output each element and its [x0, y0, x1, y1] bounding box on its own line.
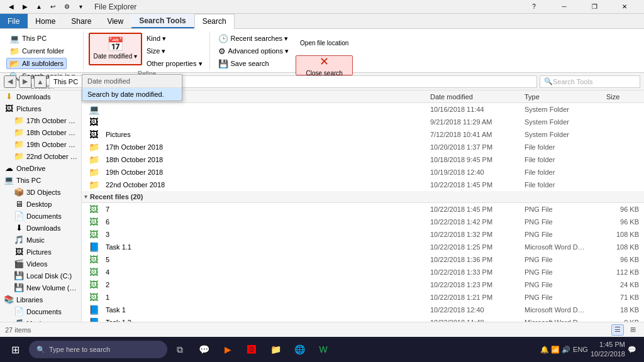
- dropdown-header: Date modified: [82, 75, 182, 88]
- help-btn[interactable]: ?: [519, 0, 548, 14]
- nav-forward[interactable]: ▶: [19, 75, 31, 88]
- redo-btn[interactable]: ⚙: [60, 1, 73, 13]
- other-properties-btn[interactable]: Other properties ▾: [143, 58, 206, 69]
- section-label: Recent files (20): [90, 193, 143, 200]
- col-header-size[interactable]: Size: [604, 93, 641, 101]
- file-row[interactable]: 📁 22nd October 2018 10/22/2018 1:45 PM F…: [82, 178, 644, 191]
- section-recent-files[interactable]: ▾ Recent files (20): [82, 191, 644, 203]
- close-search-btn[interactable]: ✕ Close search: [296, 55, 353, 75]
- app-chrome[interactable]: 🌐: [288, 337, 311, 362]
- app-opera[interactable]: 🅾: [240, 337, 263, 362]
- dropdown-btn[interactable]: ▾: [74, 1, 87, 13]
- sidebar-item-17oct[interactable]: 📁 17th October 2018: [0, 114, 81, 126]
- row-name: 17th October 2018: [103, 143, 428, 151]
- save-search-btn[interactable]: 💾 Save search: [215, 58, 292, 69]
- task-view-btn[interactable]: ⧉: [169, 337, 191, 362]
- file-row[interactable]: 📁 18th October 2018 10/18/2018 9:45 PM F…: [82, 153, 644, 166]
- notifications-btn[interactable]: 💬: [628, 346, 636, 354]
- date-modified-btn[interactable]: 📅 Date modified ▾: [89, 33, 142, 65]
- sidebar-item-documents[interactable]: 📄 Documents: [0, 210, 81, 222]
- taskbar-search-icon: 🔍: [36, 346, 45, 354]
- sidebar-item-onedrive[interactable]: ☁ OneDrive: [0, 162, 81, 174]
- search-box[interactable]: 🔍 Search Tools: [540, 75, 640, 88]
- sidebar-item-pictures2[interactable]: 🖼 Pictures: [0, 246, 81, 258]
- file-row[interactable]: 📘 Task 1 10/22/2018 12:40 Microsoft Word…: [82, 304, 644, 316]
- date-modified-dropdown: Date modified Search by date modified.: [82, 74, 182, 101]
- tab-file[interactable]: File: [0, 14, 28, 28]
- up-btn[interactable]: ▲: [33, 1, 45, 13]
- tab-share[interactable]: Share: [64, 14, 99, 28]
- file-row[interactable]: 📁 17th October 2018 10/20/2018 1:37 PM F…: [82, 141, 644, 153]
- file-row[interactable]: 🖼 7 10/22/2018 1:45 PM PNG File 96 KB: [82, 203, 644, 216]
- size-btn[interactable]: Size ▾: [143, 45, 206, 57]
- sidebar-item-localc[interactable]: 💾 Local Disk (C:): [0, 270, 81, 282]
- row-date: 10/16/2018 11:44: [428, 106, 522, 113]
- view-details-btn[interactable]: ☰: [611, 324, 624, 336]
- row-type: System Folder: [522, 131, 604, 138]
- nav-back[interactable]: ◀: [4, 75, 16, 88]
- tab-search[interactable]: Search: [194, 14, 235, 29]
- sidebar-lib-documents[interactable]: 📄 Documents: [0, 305, 81, 317]
- file-row[interactable]: 🖼 5 10/22/2018 1:36 PM PNG File 96 KB: [82, 253, 644, 266]
- sidebar-item-music[interactable]: 🎵 Music: [0, 234, 81, 246]
- row-type: PNG File: [522, 281, 604, 288]
- cortana-btn[interactable]: 💬: [192, 337, 215, 362]
- row-date: 10/22/2018 1:25 PM: [428, 243, 522, 251]
- file-row[interactable]: 🖼 2 10/22/2018 1:23 PM PNG File 24 KB: [82, 278, 644, 291]
- sidebar-item-downloads[interactable]: ⬇ Downloads: [0, 90, 81, 102]
- all-subfolders-btn[interactable]: 📂 All subfolders: [6, 58, 67, 69]
- file-row[interactable]: 📁 19th October 2018 10/19/2018 12:40 Fil…: [82, 166, 644, 178]
- file-row[interactable]: 🖼 4 10/22/2018 1:33 PM PNG File 112 KB: [82, 266, 644, 278]
- sidebar-item-18oct[interactable]: 📁 18th October 2018: [0, 126, 81, 138]
- row-type: File folder: [522, 156, 604, 163]
- open-file-location-btn[interactable]: Open file location: [296, 33, 353, 54]
- sidebar-item-19oct[interactable]: 📁 19th October 2018: [0, 138, 81, 150]
- sidebar-item-desktop[interactable]: 🖥 Desktop: [0, 198, 81, 210]
- file-row[interactable]: 🖼 3 10/22/2018 1:32 PM PNG File 108 KB: [82, 228, 644, 241]
- file-row[interactable]: 💻 10/16/2018 11:44 System Folder: [82, 103, 644, 116]
- row-icon: 🖼: [84, 292, 103, 302]
- file-row[interactable]: 📘 Task 1.1 10/22/2018 1:25 PM Microsoft …: [82, 241, 644, 253]
- view-large-icons-btn[interactable]: ⊞: [626, 324, 639, 336]
- minimize-btn[interactable]: ─: [550, 0, 579, 14]
- close-btn[interactable]: ✕: [610, 0, 639, 14]
- sidebar-item-downloads2[interactable]: ⬇ Downloads: [0, 222, 81, 234]
- dropdown-item[interactable]: Search by date modified.: [82, 88, 182, 101]
- path-text: This PC: [53, 78, 78, 85]
- app-vlc[interactable]: ▶: [216, 337, 239, 362]
- tab-view[interactable]: View: [99, 14, 131, 28]
- calendar-icon: 📅: [107, 38, 124, 52]
- sidebar-item-thispc[interactable]: 💻 This PC: [0, 174, 81, 186]
- file-row[interactable]: 🖼 1 10/22/2018 1:21 PM PNG File 71 KB: [82, 291, 644, 304]
- maximize-btn[interactable]: ❐: [580, 0, 609, 14]
- sidebar-item-newvol[interactable]: 💾 New Volume (D:): [0, 282, 81, 293]
- sidebar-item-videos[interactable]: 🎬 Videos: [0, 258, 81, 270]
- this-pc-btn[interactable]: 💻 This PC: [6, 33, 50, 44]
- sidebar-item-22oct[interactable]: 📁 22nd October 201…: [0, 150, 81, 162]
- advanced-options-btn[interactable]: ⚙ Advanced options ▾: [215, 45, 292, 57]
- recent-icon: 🕒: [218, 34, 228, 43]
- file-row[interactable]: 🖼 Pictures 7/12/2018 10:41 AM System Fol…: [82, 128, 644, 141]
- start-button[interactable]: ⊞: [3, 337, 28, 362]
- col-header-type[interactable]: Type: [522, 93, 604, 101]
- file-row[interactable]: 🖼 9/21/2018 11:29 AM System Folder: [82, 116, 644, 128]
- forward-btn[interactable]: ▶: [19, 1, 31, 13]
- row-size: 96 KB: [604, 218, 641, 226]
- back-btn[interactable]: ◀: [5, 1, 18, 13]
- recent-searches-btn[interactable]: 🕒 Recent searches ▾: [215, 33, 292, 44]
- view-controls: ☰ ⊞: [611, 324, 639, 336]
- col-header-date[interactable]: Date modified: [428, 93, 522, 101]
- sidebar-item-libraries[interactable]: 📚 Libraries: [0, 293, 81, 305]
- undo-btn[interactable]: ↩: [47, 1, 59, 13]
- current-folder-btn[interactable]: 📁 Current folder: [6, 45, 67, 57]
- nav-up[interactable]: ▲: [34, 75, 47, 88]
- tab-home[interactable]: Home: [28, 14, 64, 28]
- sidebar-item-3dobjects[interactable]: 📦 3D Objects: [0, 186, 81, 198]
- file-row[interactable]: 🖼 6 10/22/2018 1:42 PM PNG File 96 KB: [82, 216, 644, 228]
- app-word[interactable]: W: [312, 337, 335, 362]
- taskbar-search[interactable]: 🔍 Type here to search: [29, 341, 167, 358]
- sidebar-item-pictures[interactable]: 🖼 Pictures: [0, 102, 81, 114]
- tab-search-tools[interactable]: Search Tools: [131, 14, 194, 28]
- kind-btn[interactable]: Kind ▾: [143, 33, 206, 44]
- app-explorer[interactable]: 📁: [264, 337, 287, 362]
